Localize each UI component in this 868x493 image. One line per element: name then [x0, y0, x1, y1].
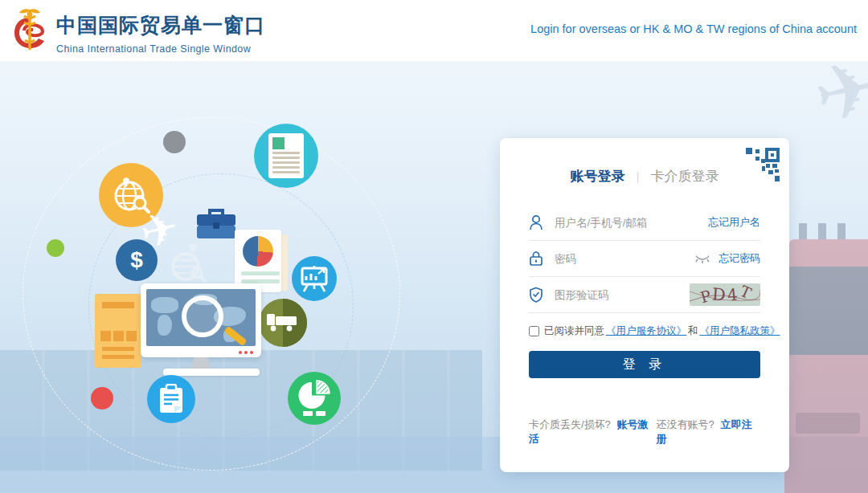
agreement-conjunction: 和 — [688, 324, 698, 338]
password-row: 忘记密码 — [529, 241, 760, 277]
privacy-policy-link[interactable]: 《用户隐私政策》 — [700, 324, 780, 338]
forgot-username-link[interactable]: 忘记用户名 — [708, 215, 760, 230]
overseas-login-link[interactable]: Login for overseas or HK & MO & TW regio… — [530, 22, 857, 35]
hero-background: ✈ ✈ $ — [0, 61, 868, 493]
presentation-chart-icon — [292, 256, 337, 301]
forgot-password-link[interactable]: 忘记密码 — [719, 251, 760, 266]
agreement-checkbox[interactable] — [529, 326, 539, 336]
world-map-screen — [146, 289, 256, 346]
tab-card-login[interactable]: 卡介质登录 — [650, 167, 719, 185]
lock-icon — [529, 251, 543, 267]
qr-code-corner-icon[interactable] — [744, 146, 781, 183]
gray-dot-decoration — [163, 131, 186, 153]
card-footer-links: 卡介质丢失/损坏? 账号激活 还没有账号? 立即注册 — [529, 418, 760, 446]
captcha-image[interactable]: P D 4 T — [690, 283, 760, 306]
pie-chart-icon — [243, 236, 273, 267]
captcha-row: P D 4 T — [529, 277, 760, 313]
briefcase-icon — [195, 208, 237, 240]
site-title-en: China International Trade Single Window — [56, 43, 265, 55]
login-panel: 账号登录 | 卡介质登录 忘记用户名 — [500, 138, 789, 472]
faded-globe-pin-icon — [165, 244, 211, 287]
search-monitor-icon — [141, 283, 261, 357]
brand-titles: 中国国际贸易单一窗口 China International Trade Sin… — [56, 12, 265, 55]
card-lost-text: 卡介质丢失/损坏? — [529, 418, 611, 430]
red-dot-decoration — [91, 387, 113, 409]
shield-check-icon — [529, 287, 543, 303]
tab-account-login[interactable]: 账号登录 — [571, 167, 625, 185]
delivery-truck-icon — [259, 299, 307, 347]
username-input[interactable] — [555, 217, 708, 229]
eye-closed-icon[interactable] — [694, 253, 710, 264]
user-icon — [529, 214, 543, 230]
agreement-prefix: 已阅读并同意 — [544, 324, 604, 338]
captcha-input[interactable] — [555, 289, 690, 301]
password-input[interactable] — [555, 253, 694, 265]
top-header-bar: 中国国际贸易单一窗口 China International Trade Sin… — [0, 0, 868, 61]
login-button[interactable]: 登 录 — [529, 351, 760, 378]
id-card-icon — [254, 124, 318, 188]
green-dot-decoration — [47, 239, 64, 257]
login-form: 忘记用户名 忘记密码 — [529, 205, 760, 313]
service-agreement-link[interactable]: 《用户服务协议》 — [606, 324, 686, 338]
magnifier-icon — [182, 295, 223, 337]
single-window-logo-icon — [8, 6, 51, 55]
clipboard-icon — [147, 375, 195, 423]
username-row: 忘记用户名 — [529, 205, 760, 241]
file-cabinet-icon — [95, 294, 141, 368]
faded-truck-backdrop — [784, 223, 868, 493]
faded-plane-icon: ✈ — [806, 61, 868, 142]
pie-report-icon — [288, 372, 341, 425]
tab-divider: | — [637, 169, 640, 183]
site-title-zh: 中国国际贸易单一窗口 — [56, 12, 265, 39]
agreement-row: 已阅读并同意 《用户服务协议》 和 《用户隐私政策》 — [529, 324, 760, 338]
dollar-icon: $ — [116, 239, 158, 281]
no-account-text: 还没有账号? — [657, 418, 714, 430]
